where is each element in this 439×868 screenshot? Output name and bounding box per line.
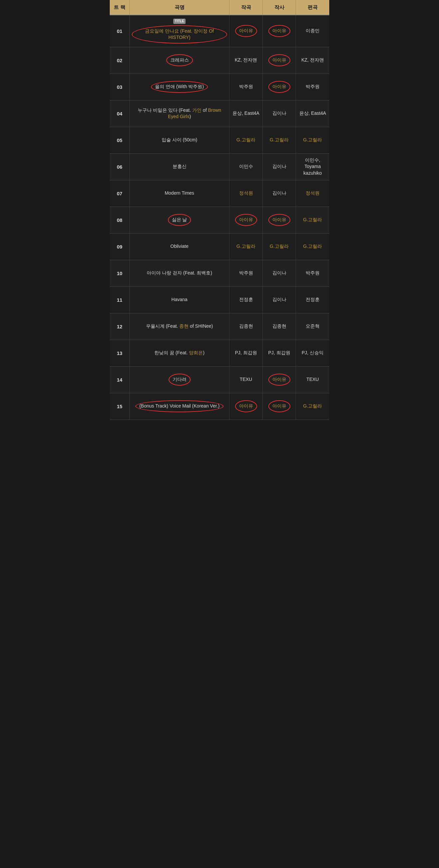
table-row: 08싫은 날아이유아이유G.고릴라 [110,207,329,234]
lyricist-name: 김이나 [272,190,286,197]
song-name: 기다려 [173,377,187,382]
song-title-cell: 싫은 날 [130,207,229,233]
composer-cell: 전정훈 [229,287,263,313]
table-row: 11Havana전정훈김이나전정훈 [110,287,329,313]
composer-cell: 아이유 [229,393,263,420]
table-row: 13한낮의 꿈 (Feat. 양희은)PJ, 최갑원PJ, 최갑원PJ, 신승익 [110,340,329,367]
lyricist-name: 김이나 [272,163,286,170]
arranger-name: G.고릴라 [303,243,322,250]
lyricist-cell: 아이유 [263,207,296,233]
lyricist-name: 아이유 [272,377,286,382]
lyricist-name: 김이나 [272,270,286,276]
track-number: 12 [110,313,130,340]
table-body: 01TITLE금요일에 만나요 (Feat. 장이정 Of HISTORY)아이… [110,15,329,420]
lyricist-cell: 김이나 [263,180,296,207]
lyricist-name: 김종현 [272,323,286,330]
track-number: 01 [110,15,130,47]
arranger-cell: G.고릴라 [296,207,329,233]
header-track: 트 랙 [110,0,130,14]
arranger-name: KZ, 전자맨 [301,57,324,64]
arranger-cell: 윤상, East4A [296,100,329,127]
table-row: 03을의 연애 (With 박주원)박주원아이유박주원 [110,74,329,100]
lyricist-cell: PJ, 최갑원 [263,340,296,366]
song-name: 분홍신 [173,163,187,170]
composer-name: G.고릴라 [237,243,255,250]
lyricist-cell: 김이나 [263,100,296,127]
track-number: 06 [110,154,130,180]
table-row: 07Modern Times정석원김이나정석원 [110,180,329,207]
table-header: 트 랙 곡명 작곡 작사 편곡 [110,0,329,15]
composer-cell: 정석원 [229,180,263,207]
song-title-cell: 누구나 비밀은 있다 (Feat. 가인 of Brown Eyed Girls… [130,100,229,127]
arranger-name: 박주원 [306,270,320,276]
table-row: 15(Bonus Track) Voice Mail (Korean Ver.)… [110,393,329,420]
song-title-cell: TITLE금요일에 만나요 (Feat. 장이정 Of HISTORY) [130,15,229,47]
composer-cell: 박주원 [229,74,263,100]
song-name: 싫은 날 [172,217,187,222]
composer-cell: G.고릴라 [229,234,263,260]
arranger-cell: G.고릴라 [296,127,329,153]
lyricist-cell: 김이나 [263,287,296,313]
composer-cell: PJ, 최갑원 [229,340,263,366]
lyricist-name: G.고릴라 [270,243,289,250]
composer-cell: 김종현 [229,313,263,340]
arranger-cell: 이민수, Toyama kazuhiko [296,154,329,180]
table-row: 12우울시계 (Feat. 종현 of SHINee)김종현김종현오준혁 [110,313,329,340]
song-name: 한낮의 꿈 (Feat. 양희은) [154,350,205,356]
song-title-cell: 을의 연애 (With 박주원) [130,74,229,100]
table-row: 02크레파스KZ, 전자맨아이유KZ, 전자맨 [110,47,329,74]
arranger-name: 박주원 [306,84,320,90]
composer-cell: KZ, 전자맨 [229,47,263,73]
lyricist-cell: 아이유 [263,367,296,393]
table-row: 05입술 사이 (50cm)G.고릴라G.고릴라G.고릴라 [110,127,329,154]
composer-cell: 아이유 [229,207,263,233]
composer-name: 아이유 [239,28,253,33]
lyricist-cell: 아이유 [263,47,296,73]
song-title-cell: (Bonus Track) Voice Mail (Korean Ver.) [130,393,229,420]
arranger-name: 정석원 [306,190,320,197]
arranger-cell: G.고릴라 [296,393,329,420]
track-number: 07 [110,180,130,207]
track-number: 10 [110,260,130,286]
lyricist-name: 아이유 [272,57,286,63]
arranger-cell: KZ, 전자맨 [296,47,329,73]
lyricist-cell: 아이유 [263,393,296,420]
lyricist-cell: 아이유 [263,74,296,100]
arranger-name: TEXU [306,376,319,383]
song-name: 금요일에 만나요 (Feat. 장이정 Of HISTORY) [145,28,214,40]
song-title-cell: Obliviate [130,234,229,260]
arranger-cell: G.고릴라 [296,234,329,260]
composer-name: TEXU [240,376,252,383]
composer-cell: 박주원 [229,260,263,286]
song-title-cell: 우울시계 (Feat. 종현 of SHINee) [130,313,229,340]
lyricist-name: 아이유 [272,84,286,89]
composer-name: 이민수 [239,163,253,170]
song-title-cell: 한낮의 꿈 (Feat. 양희은) [130,340,229,366]
table-row: 10아이야 나랑 걷자 (Feat. 최백호)박주원김이나박주원 [110,260,329,287]
composer-name: 윤상, East4A [232,110,259,117]
lyricist-cell: 아이유 [263,15,296,47]
arranger-cell: 오준혁 [296,313,329,340]
song-title-cell: Havana [130,287,229,313]
track-number: 15 [110,393,130,420]
lyricist-cell: 김종현 [263,313,296,340]
lyricist-name: 김이나 [272,110,286,117]
song-title-cell: Modern Times [130,180,229,207]
lyricist-name: 아이유 [272,403,286,408]
arranger-name: G.고릴라 [303,137,322,144]
header-lyricist: 작사 [263,0,296,14]
lyricist-name: 아이유 [272,217,286,222]
lyricist-cell: G.고릴라 [263,127,296,153]
song-title-cell: 크레파스 [130,47,229,73]
header-composer: 작곡 [229,0,263,14]
composer-name: G.고릴라 [237,137,255,144]
arranger-name: 전정훈 [306,297,320,303]
composer-name: 아이유 [239,403,253,408]
composer-cell: G.고릴라 [229,127,263,153]
header-song: 곡명 [130,0,229,14]
arranger-cell: 정석원 [296,180,329,207]
song-name: 입술 사이 (50cm) [162,137,197,144]
composer-cell: 아이유 [229,15,263,47]
header-arranger: 편곡 [296,0,329,14]
lyricist-cell: 김이나 [263,154,296,180]
